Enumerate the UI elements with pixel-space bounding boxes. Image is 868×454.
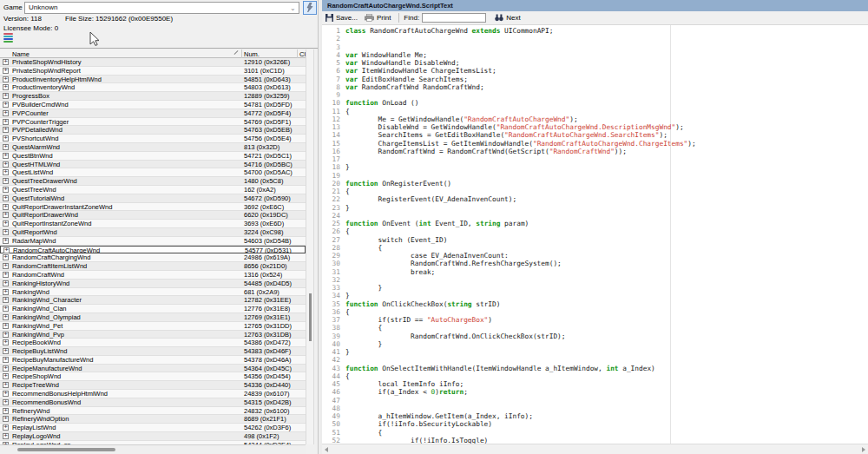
expand-plus-icon[interactable]: +: [3, 153, 9, 159]
list-row[interactable]: +RankingWnd_Pvp12763 (0x31DB): [0, 331, 306, 339]
list-row[interactable]: +RankingHistoryWnd54485 (0xD4D5): [0, 280, 306, 288]
column-header-num[interactable]: Num.: [244, 50, 260, 58]
expand-plus-icon[interactable]: +: [3, 254, 9, 260]
list-row[interactable]: +QuitReportDrawerWnd6620 (0x19DC): [0, 211, 306, 220]
print-button[interactable]: Print: [361, 12, 394, 24]
expand-plus-icon[interactable]: +: [3, 102, 9, 108]
expand-plus-icon[interactable]: +: [3, 357, 9, 363]
expand-plus-icon[interactable]: +: [3, 306, 9, 312]
list-row[interactable]: +ProductInventoryHelpHtmlWnd54851 (0xD64…: [0, 76, 306, 84]
expand-plus-icon[interactable]: +: [3, 76, 9, 82]
list-row[interactable]: +RecommendBonusWnd54315 (0xD42B): [0, 398, 306, 407]
expand-plus-icon[interactable]: +: [3, 433, 9, 439]
save-button[interactable]: Save...: [322, 12, 361, 24]
layers-icon[interactable]: [3, 33, 14, 43]
expand-plus-icon[interactable]: +: [3, 161, 9, 168]
list-row[interactable]: +QuestAlarmWnd813 (0x32D): [0, 143, 306, 152]
find-input[interactable]: [422, 13, 486, 23]
expand-plus-icon[interactable]: +: [3, 280, 9, 286]
code-horizontal-scrollbar[interactable]: [322, 444, 868, 454]
list-row[interactable]: +RadarMapWnd54603 (0xD54B): [0, 237, 306, 246]
expand-plus-icon[interactable]: +: [3, 314, 9, 320]
expand-plus-icon[interactable]: +: [3, 263, 9, 269]
list-row[interactable]: +RankingWnd_Olympiad12769 (0x31E1): [0, 313, 306, 322]
reload-script-button[interactable]: [303, 1, 317, 15]
list-row[interactable]: +PVShortcutWnd54756 (0xD5E4): [0, 135, 306, 143]
scrollbar-thumb[interactable]: [309, 293, 312, 341]
expand-plus-icon[interactable]: +: [3, 424, 9, 431]
expand-plus-icon[interactable]: +: [3, 204, 9, 210]
expand-plus-icon[interactable]: +: [3, 365, 9, 372]
list-row[interactable]: +QuitReportWnd3224 (0xC98): [0, 228, 306, 237]
expand-plus-icon[interactable]: +: [3, 297, 9, 303]
expand-plus-icon[interactable]: +: [3, 68, 9, 74]
list-row[interactable]: +RecipeBuyListWnd54383 (0xD46F): [0, 347, 306, 356]
list-row[interactable]: +RandomCraftWnd1316 (0x524): [0, 271, 306, 280]
list-row[interactable]: +QuestTutorialWnd54672 (0xD590): [0, 194, 306, 203]
expand-plus-icon[interactable]: +: [3, 229, 9, 235]
expand-plus-icon[interactable]: +: [3, 135, 9, 141]
list-row[interactable]: +PVBuilderCmdWnd54781 (0xD5FD): [0, 101, 306, 109]
list-row[interactable]: +RankingWnd_Pet12765 (0x31DD): [0, 322, 306, 331]
list-row[interactable]: +RecipeBookWnd54386 (0xD472): [0, 339, 306, 347]
list-row[interactable]: +RecommendBonusHelpHtmlWnd24839 (0x6107): [0, 390, 306, 398]
expand-plus-icon[interactable]: +: [3, 220, 9, 227]
column-divider[interactable]: [297, 49, 298, 58]
list-row[interactable]: +RefineryWnd24832 (0x6100): [0, 407, 306, 416]
expand-plus-icon[interactable]: +: [3, 238, 9, 244]
list-row[interactable]: +RandomCraftChargingWnd24986 (0x619A): [0, 253, 306, 262]
scroll-left-icon[interactable]: [325, 447, 328, 452]
list-row[interactable]: +RecipeShopWnd54356 (0xD454): [0, 372, 306, 381]
expand-plus-icon[interactable]: +: [3, 332, 9, 338]
column-header-name[interactable]: Name: [12, 50, 30, 58]
expand-plus-icon[interactable]: +: [3, 195, 9, 201]
expand-plus-icon[interactable]: +: [3, 416, 9, 422]
expand-plus-icon[interactable]: +: [3, 178, 9, 184]
list-row[interactable]: +RefineryWndOption8689 (0x21F1): [0, 415, 306, 424]
game-dropdown[interactable]: Unknown ⌄: [24, 2, 299, 14]
list-row[interactable]: +ProductInventoryWnd54803 (0xD613): [0, 83, 306, 92]
list-row[interactable]: +ProgressBox12889 (0x3259): [0, 92, 306, 101]
list-row[interactable]: +RankingWnd_Clan12776 (0x31E8): [0, 305, 306, 313]
expand-plus-icon[interactable]: +: [3, 408, 9, 414]
column-divider[interactable]: [241, 49, 242, 58]
expand-plus-icon[interactable]: +: [3, 187, 9, 193]
scrollbar-thumb[interactable]: [17, 448, 115, 451]
list-row[interactable]: +QuestHTMLWnd54716 (0xD5BC): [0, 161, 306, 169]
list-row[interactable]: +PVPCounterTrigger54769 (0xD5F1): [0, 118, 306, 127]
list-row[interactable]: +PrivateShopWndHistory12910 (0x326E): [0, 58, 306, 67]
expand-plus-icon[interactable]: +: [3, 212, 9, 218]
expand-plus-icon[interactable]: +: [3, 399, 9, 405]
list-row[interactable]: +QuestListWnd54700 (0xD5AC): [0, 168, 306, 177]
expand-plus-icon[interactable]: +: [3, 391, 9, 397]
list-row[interactable]: +RecipeBuyManufactureWnd54378 (0xD46A): [0, 356, 306, 365]
expand-plus-icon[interactable]: +: [3, 144, 9, 150]
expand-plus-icon[interactable]: +: [3, 272, 9, 278]
list-row[interactable]: +PrivateShopWndReport3101 (0xC1D): [0, 67, 306, 76]
list-row[interactable]: +RecipeManufactureWnd54364 (0xD45C): [0, 365, 306, 373]
list-row[interactable]: +QuestBtnWnd54721 (0xD5C1): [0, 152, 306, 161]
list-row[interactable]: +PVPDetailedWnd54763 (0xD5EB): [0, 126, 306, 135]
expand-plus-icon[interactable]: +: [3, 119, 9, 125]
list-vertical-scrollbar[interactable]: [306, 49, 314, 444]
list-row[interactable]: +RandomCraftAutoChargeWnd54577 (0xD531): [0, 246, 306, 254]
expand-plus-icon[interactable]: +: [3, 59, 9, 65]
list-row[interactable]: +QuitReportDrawerInstantZoneWnd3692 (0xE…: [0, 203, 306, 212]
expand-plus-icon[interactable]: +: [3, 348, 9, 354]
expand-plus-icon[interactable]: +: [3, 84, 9, 90]
chevron-down-icon[interactable]: ⌄: [290, 5, 296, 11]
expand-plus-icon[interactable]: +: [3, 93, 9, 99]
list-row[interactable]: +QuestTreeDrawerWnd1480 (0x5C8): [0, 177, 306, 186]
expand-plus-icon[interactable]: +: [3, 110, 9, 116]
expand-plus-icon[interactable]: +: [3, 339, 9, 345]
list-row[interactable]: +PVPCounter54772 (0xD5F4): [0, 109, 306, 118]
list-row[interactable]: +ReplayListWnd54262 (0xD3F6): [0, 424, 306, 432]
list-row[interactable]: +RecipeTreeWnd54336 (0xD440): [0, 381, 306, 390]
expand-plus-icon[interactable]: +: [3, 169, 9, 175]
list-row[interactable]: +QuitReportInstantZoneWnd3693 (0xE6D): [0, 220, 306, 228]
find-next-button[interactable]: Next: [491, 14, 523, 22]
list-row[interactable]: +RandomCraftItemListWnd8656 (0x21D0): [0, 262, 306, 271]
expand-plus-icon[interactable]: +: [3, 127, 9, 133]
expand-plus-icon[interactable]: +: [3, 289, 9, 295]
list-row[interactable]: +QuestTreeWnd162 (0xA2): [0, 186, 306, 194]
